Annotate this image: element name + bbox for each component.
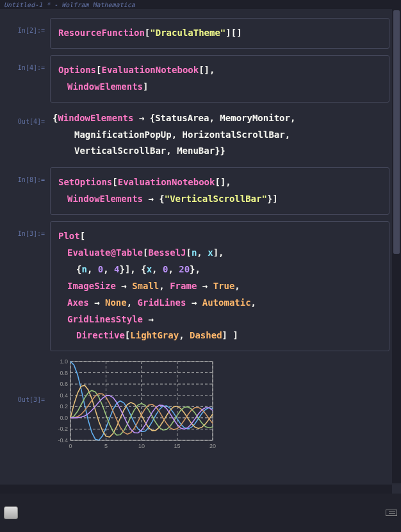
cell-label: In[4]:= xyxy=(6,55,50,103)
cell-in4[interactable]: In[4]:= Options[EvaluationNotebook[], Wi… xyxy=(6,55,389,103)
notebook-area[interactable]: In[2]:= ResourceFunction["DraculaTheme"]… xyxy=(0,9,401,483)
svg-text:10: 10 xyxy=(138,443,145,449)
cell-content[interactable]: Options[EvaluationNotebook[], WindowElem… xyxy=(50,55,389,103)
cell-label: In[8]:= xyxy=(6,167,50,215)
cell-content[interactable]: SetOptions[EvaluationNotebook[], WindowE… xyxy=(50,167,389,215)
svg-text:-0.4: -0.4 xyxy=(58,437,68,444)
cell-in8[interactable]: In[8]:= SetOptions[EvaluationNotebook[],… xyxy=(6,167,389,215)
scrollbar-thumb[interactable] xyxy=(393,10,400,254)
cell-in3[interactable]: In[3]:= Plot[ Evaluate@Table[BesselJ[n, … xyxy=(6,221,389,351)
scroll-corner xyxy=(392,485,401,494)
svg-text:20: 20 xyxy=(209,443,216,449)
svg-text:1.0: 1.0 xyxy=(60,358,68,365)
cell-label: Out[4]= xyxy=(6,109,50,162)
svg-text:0.6: 0.6 xyxy=(60,381,68,388)
vertical-scrollbar[interactable] xyxy=(392,9,401,483)
svg-text:0: 0 xyxy=(69,443,72,449)
window-titlebar: Untitled-1 * - Wolfram Mathematica xyxy=(0,0,401,9)
plot-output[interactable]: -0.4-0.20.00.20.40.60.81.005101520 xyxy=(50,358,389,451)
cell-label: Out[3]= xyxy=(6,358,50,451)
svg-text:0.0: 0.0 xyxy=(60,415,68,421)
cell-out4[interactable]: Out[4]= {WindowElements → {StatusArea, M… xyxy=(6,109,389,162)
svg-text:0.2: 0.2 xyxy=(60,404,68,410)
horizontal-scrollbar[interactable] xyxy=(0,485,392,494)
status-icon[interactable] xyxy=(4,506,18,519)
cell-output[interactable]: {WindowElements → {StatusArea, MemoryMon… xyxy=(50,109,389,162)
svg-text:0.8: 0.8 xyxy=(60,370,68,376)
magnification-icon[interactable] xyxy=(386,510,397,516)
cell-content[interactable]: Plot[ Evaluate@Table[BesselJ[n, x], {n, … xyxy=(50,221,389,351)
status-bar xyxy=(0,494,401,532)
cell-out3[interactable]: Out[3]= -0.4-0.20.00.20.40.60.81.0051015… xyxy=(6,358,389,451)
cell-label: In[3]:= xyxy=(6,221,50,351)
cell-content[interactable]: ResourceFunction["DraculaTheme"][] xyxy=(50,18,389,49)
svg-text:-0.2: -0.2 xyxy=(58,426,68,433)
cell-in2[interactable]: In[2]:= ResourceFunction["DraculaTheme"]… xyxy=(6,18,389,49)
cell-label: In[2]:= xyxy=(6,18,50,49)
svg-text:0.4: 0.4 xyxy=(60,392,68,399)
svg-text:15: 15 xyxy=(174,443,180,449)
svg-text:5: 5 xyxy=(104,443,108,449)
bessel-chart: -0.4-0.20.00.20.40.60.81.005101520 xyxy=(50,358,217,451)
